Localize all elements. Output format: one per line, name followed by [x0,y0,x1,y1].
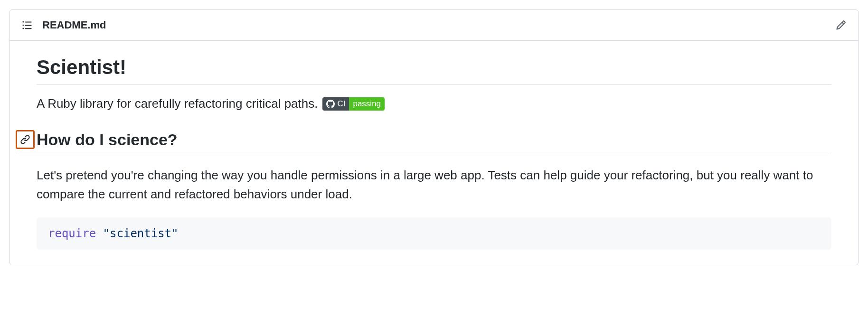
link-icon [20,134,30,145]
github-icon [326,100,335,108]
readme-header: README.md [10,10,858,41]
badge-left: CI [322,97,349,111]
section-paragraph: Let's pretend you're changing the way yo… [37,166,831,204]
readme-body: Scientist! A Ruby library for carefully … [10,41,858,265]
description-row: A Ruby library for carefully refactoring… [37,96,831,111]
readme-filename: README.md [42,19,106,31]
page-title: Scientist! [37,56,831,85]
description-text: A Ruby library for carefully refactoring… [37,96,318,111]
section-heading-row: How do I science? [16,130,831,154]
ci-badge[interactable]: CI passing [322,97,385,111]
code-string: "scientist" [103,227,179,240]
section-heading: How do I science? [37,131,178,149]
badge-label: CI [337,99,345,109]
readme-box: README.md Scientist! A Ruby library for … [9,9,859,265]
list-icon [22,20,32,30]
anchor-link[interactable] [16,130,35,149]
code-block: require "scientist" [37,217,831,250]
badge-status: passing [349,97,385,111]
edit-button[interactable] [833,18,849,33]
toc-button[interactable] [19,18,35,33]
code-keyword: require [48,227,96,240]
pencil-icon [836,20,846,30]
